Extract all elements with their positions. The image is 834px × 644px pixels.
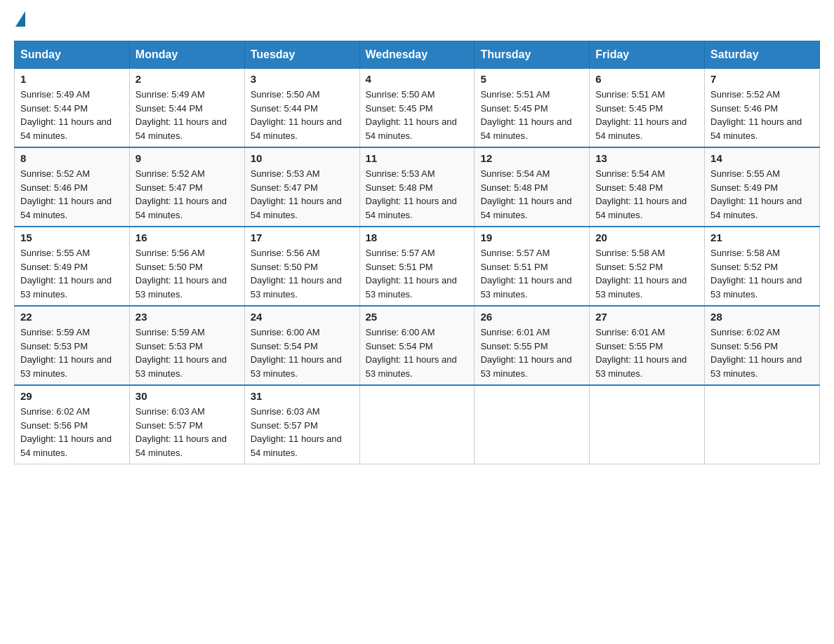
day-number: 18 bbox=[366, 232, 469, 243]
calendar-week-row: 15 Sunrise: 5:55 AM Sunset: 5:49 PM Dayl… bbox=[15, 227, 820, 306]
day-info: Sunrise: 5:52 AM Sunset: 5:46 PM Dayligh… bbox=[20, 167, 124, 222]
calendar-day-cell: 17 Sunrise: 5:56 AM Sunset: 5:50 PM Dayl… bbox=[244, 227, 359, 306]
day-number: 7 bbox=[710, 73, 814, 85]
day-number: 29 bbox=[20, 390, 124, 402]
calendar-day-cell: 24 Sunrise: 6:00 AM Sunset: 5:54 PM Dayl… bbox=[244, 306, 359, 385]
sunset-label: Sunset: 5:56 PM bbox=[710, 341, 778, 351]
calendar-header-row: Sunday Monday Tuesday Wednesday Thursday… bbox=[15, 41, 820, 69]
sunset-label: Sunset: 5:49 PM bbox=[710, 182, 778, 193]
day-number: 26 bbox=[480, 311, 583, 323]
sunrise-label: Sunrise: 5:51 AM bbox=[480, 89, 550, 100]
sunrise-label: Sunrise: 5:58 AM bbox=[595, 248, 665, 258]
day-info: Sunrise: 6:00 AM Sunset: 5:54 PM Dayligh… bbox=[251, 326, 354, 380]
calendar-day-cell: 15 Sunrise: 5:55 AM Sunset: 5:49 PM Dayl… bbox=[15, 227, 130, 306]
daylight-label: Daylight: 11 hours and 54 minutes. bbox=[20, 434, 112, 458]
day-info: Sunrise: 6:01 AM Sunset: 5:55 PM Dayligh… bbox=[480, 326, 583, 380]
day-number: 9 bbox=[135, 152, 239, 164]
sunset-label: Sunset: 5:49 PM bbox=[20, 262, 88, 272]
sunset-label: Sunset: 5:44 PM bbox=[251, 103, 318, 114]
calendar-day-cell: 3 Sunrise: 5:50 AM Sunset: 5:44 PM Dayli… bbox=[244, 69, 359, 148]
day-number: 27 bbox=[595, 311, 699, 323]
sunset-label: Sunset: 5:48 PM bbox=[366, 182, 433, 193]
day-number: 2 bbox=[135, 73, 239, 85]
day-number: 14 bbox=[710, 152, 814, 164]
daylight-label: Daylight: 11 hours and 53 minutes. bbox=[20, 354, 112, 379]
calendar-day-cell: 27 Sunrise: 6:01 AM Sunset: 5:55 PM Dayl… bbox=[590, 306, 705, 385]
day-number: 6 bbox=[595, 73, 699, 85]
sunrise-label: Sunrise: 5:55 AM bbox=[20, 248, 90, 258]
day-info: Sunrise: 5:54 AM Sunset: 5:48 PM Dayligh… bbox=[480, 167, 583, 222]
sunset-label: Sunset: 5:50 PM bbox=[135, 262, 203, 272]
calendar-day-cell: 9 Sunrise: 5:52 AM Sunset: 5:47 PM Dayli… bbox=[129, 147, 244, 227]
sunset-label: Sunset: 5:53 PM bbox=[20, 341, 88, 351]
calendar-day-cell: 29 Sunrise: 6:02 AM Sunset: 5:56 PM Dayl… bbox=[15, 385, 130, 464]
day-info: Sunrise: 6:03 AM Sunset: 5:57 PM Dayligh… bbox=[135, 405, 239, 459]
day-info: Sunrise: 5:51 AM Sunset: 5:45 PM Dayligh… bbox=[480, 88, 583, 142]
daylight-label: Daylight: 11 hours and 54 minutes. bbox=[251, 434, 342, 458]
sunrise-label: Sunrise: 5:54 AM bbox=[595, 168, 665, 179]
day-number: 11 bbox=[366, 152, 469, 164]
day-info: Sunrise: 6:02 AM Sunset: 5:56 PM Dayligh… bbox=[20, 405, 124, 459]
header-tuesday: Tuesday bbox=[244, 41, 359, 69]
day-info: Sunrise: 5:57 AM Sunset: 5:51 PM Dayligh… bbox=[480, 246, 583, 301]
calendar-day-cell: 6 Sunrise: 5:51 AM Sunset: 5:45 PM Dayli… bbox=[590, 69, 705, 148]
sunrise-label: Sunrise: 5:53 AM bbox=[366, 168, 435, 179]
calendar-day-cell: 26 Sunrise: 6:01 AM Sunset: 5:55 PM Dayl… bbox=[475, 306, 590, 385]
sunset-label: Sunset: 5:57 PM bbox=[135, 420, 203, 431]
day-info: Sunrise: 6:03 AM Sunset: 5:57 PM Dayligh… bbox=[251, 405, 354, 459]
logo bbox=[14, 14, 25, 27]
sunset-label: Sunset: 5:45 PM bbox=[595, 103, 663, 114]
daylight-label: Daylight: 11 hours and 54 minutes. bbox=[135, 434, 227, 458]
header-wednesday: Wednesday bbox=[359, 41, 475, 69]
day-number: 17 bbox=[251, 232, 354, 243]
daylight-label: Daylight: 11 hours and 54 minutes. bbox=[595, 196, 687, 220]
page-header bbox=[14, 14, 820, 27]
day-info: Sunrise: 6:01 AM Sunset: 5:55 PM Dayligh… bbox=[595, 326, 699, 380]
daylight-label: Daylight: 11 hours and 54 minutes. bbox=[251, 116, 342, 141]
day-info: Sunrise: 5:53 AM Sunset: 5:47 PM Dayligh… bbox=[251, 167, 354, 222]
calendar-day-cell: 21 Sunrise: 5:58 AM Sunset: 5:52 PM Dayl… bbox=[705, 227, 820, 306]
daylight-label: Daylight: 11 hours and 53 minutes. bbox=[20, 275, 112, 300]
sunset-label: Sunset: 5:54 PM bbox=[366, 341, 433, 351]
daylight-label: Daylight: 11 hours and 54 minutes. bbox=[20, 116, 112, 141]
sunset-label: Sunset: 5:48 PM bbox=[595, 182, 663, 193]
day-number: 19 bbox=[480, 232, 583, 243]
calendar-day-cell: 5 Sunrise: 5:51 AM Sunset: 5:45 PM Dayli… bbox=[475, 69, 590, 148]
sunrise-label: Sunrise: 6:03 AM bbox=[135, 406, 205, 417]
sunrise-label: Sunrise: 6:02 AM bbox=[710, 327, 780, 337]
daylight-label: Daylight: 11 hours and 53 minutes. bbox=[710, 354, 802, 379]
day-info: Sunrise: 5:58 AM Sunset: 5:52 PM Dayligh… bbox=[710, 246, 814, 301]
calendar-week-row: 22 Sunrise: 5:59 AM Sunset: 5:53 PM Dayl… bbox=[15, 306, 820, 385]
calendar-week-row: 1 Sunrise: 5:49 AM Sunset: 5:44 PM Dayli… bbox=[15, 69, 820, 148]
sunset-label: Sunset: 5:45 PM bbox=[366, 103, 433, 114]
calendar-day-cell: 20 Sunrise: 5:58 AM Sunset: 5:52 PM Dayl… bbox=[590, 227, 705, 306]
header-friday: Friday bbox=[590, 41, 705, 69]
calendar-day-cell bbox=[475, 385, 590, 464]
day-info: Sunrise: 5:58 AM Sunset: 5:52 PM Dayligh… bbox=[595, 246, 699, 301]
calendar-day-cell: 18 Sunrise: 5:57 AM Sunset: 5:51 PM Dayl… bbox=[359, 227, 475, 306]
sunrise-label: Sunrise: 5:51 AM bbox=[595, 89, 665, 100]
day-number: 10 bbox=[251, 152, 354, 164]
calendar-day-cell bbox=[705, 385, 820, 464]
daylight-label: Daylight: 11 hours and 54 minutes. bbox=[135, 196, 227, 220]
sunrise-label: Sunrise: 6:01 AM bbox=[480, 327, 550, 337]
sunset-label: Sunset: 5:45 PM bbox=[480, 103, 548, 114]
sunrise-label: Sunrise: 5:57 AM bbox=[366, 248, 435, 258]
sunset-label: Sunset: 5:46 PM bbox=[710, 103, 778, 114]
sunset-label: Sunset: 5:50 PM bbox=[251, 262, 318, 272]
daylight-label: Daylight: 11 hours and 54 minutes. bbox=[710, 116, 802, 141]
daylight-label: Daylight: 11 hours and 54 minutes. bbox=[480, 116, 571, 141]
day-info: Sunrise: 5:56 AM Sunset: 5:50 PM Dayligh… bbox=[251, 246, 354, 301]
calendar-week-row: 29 Sunrise: 6:02 AM Sunset: 5:56 PM Dayl… bbox=[15, 385, 820, 464]
sunset-label: Sunset: 5:47 PM bbox=[251, 182, 318, 193]
sunset-label: Sunset: 5:47 PM bbox=[135, 182, 203, 193]
sunset-label: Sunset: 5:55 PM bbox=[595, 341, 663, 351]
daylight-label: Daylight: 11 hours and 53 minutes. bbox=[480, 275, 571, 300]
sunset-label: Sunset: 5:51 PM bbox=[366, 262, 433, 272]
day-info: Sunrise: 5:59 AM Sunset: 5:53 PM Dayligh… bbox=[20, 326, 124, 380]
sunset-label: Sunset: 5:46 PM bbox=[20, 182, 88, 193]
daylight-label: Daylight: 11 hours and 54 minutes. bbox=[480, 196, 571, 220]
day-number: 22 bbox=[20, 311, 124, 323]
day-number: 5 bbox=[480, 73, 583, 85]
calendar-day-cell: 14 Sunrise: 5:55 AM Sunset: 5:49 PM Dayl… bbox=[705, 147, 820, 227]
